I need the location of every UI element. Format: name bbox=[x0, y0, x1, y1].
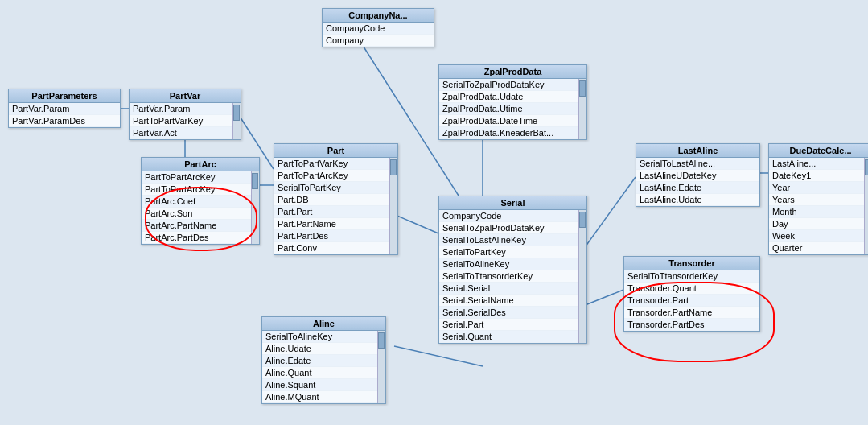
connection-lines bbox=[0, 0, 868, 425]
table-row: Transorder.PartName bbox=[624, 307, 759, 319]
table-aline-header: Aline bbox=[262, 317, 385, 331]
table-row: Serial.SerialName bbox=[439, 295, 578, 307]
table-row: PartVar.Param bbox=[130, 103, 232, 115]
table-row: Part.DB bbox=[274, 194, 389, 206]
table-zpalproddata-list: SerialToZpalProdDataKey ZpalProdData.Uda… bbox=[439, 79, 578, 139]
table-row: Company bbox=[323, 35, 434, 47]
table-partarc-list: PartToPartArcKey PartToPartArcKey PartAr… bbox=[142, 171, 251, 244]
table-partparameters-header: PartParameters bbox=[9, 89, 120, 103]
table-partvar: PartVar PartVar.Param PartToPartVarKey P… bbox=[129, 89, 241, 140]
table-duedatecale: DueDateCale... LastAline... DateKey1 Yea… bbox=[768, 143, 868, 255]
table-row: LastAline.Edate bbox=[636, 182, 759, 194]
scrollbar[interactable] bbox=[377, 331, 385, 403]
table-zpalproddata: ZpalProdData SerialToZpalProdDataKey Zpa… bbox=[438, 64, 587, 140]
scrollbar[interactable] bbox=[578, 79, 586, 139]
svg-line-9 bbox=[394, 346, 483, 366]
diagram-canvas: CompanyNa... CompanyCode Company PartPar… bbox=[0, 0, 868, 425]
table-row: PartVar.Param bbox=[9, 103, 120, 115]
table-serial: Serial CompanyCode SerialToZpalProdDataK… bbox=[438, 196, 587, 344]
table-row: ZpalProdData.KneaderBat... bbox=[439, 127, 578, 139]
table-row: ZpalProdData.DateTime bbox=[439, 115, 578, 127]
table-row: SerialToZpalProdDataKey bbox=[439, 79, 578, 91]
table-part-scroll: PartToPartVarKey PartToPartArcKey Serial… bbox=[274, 158, 397, 254]
table-row: PartArc.Coef bbox=[142, 196, 251, 208]
table-row: Aline.Squant bbox=[262, 379, 377, 391]
table-row: Aline.Quant bbox=[262, 367, 377, 379]
table-aline: Aline SerialToAlineKey Aline.Udate Aline… bbox=[261, 316, 386, 404]
table-zpalproddata-header: ZpalProdData bbox=[439, 65, 586, 79]
table-row: PartToPartArcKey bbox=[274, 170, 389, 182]
table-part: Part PartToPartVarKey PartToPartArcKey S… bbox=[274, 143, 398, 255]
table-row: Part.Conv bbox=[274, 242, 389, 254]
table-row: PartArc.Son bbox=[142, 208, 251, 220]
table-row: Day bbox=[769, 218, 864, 230]
table-row: PartVar.Act bbox=[130, 127, 232, 139]
table-row: ZpalProdData.Utime bbox=[439, 103, 578, 115]
table-row: Part.PartName bbox=[274, 218, 389, 230]
scrollbar[interactable] bbox=[232, 103, 241, 139]
table-row: CompanyCode bbox=[439, 210, 578, 222]
table-row: Serial.Quant bbox=[439, 331, 578, 343]
table-row: Month bbox=[769, 206, 864, 218]
table-row: DateKey1 bbox=[769, 170, 864, 182]
table-part-list: PartToPartVarKey PartToPartArcKey Serial… bbox=[274, 158, 389, 254]
table-row: SerialToAlineKey bbox=[439, 258, 578, 270]
table-row: PartToPartArcKey bbox=[142, 184, 251, 196]
table-lastaline-body: SerialToLastAline... LastAlineUDateKey L… bbox=[636, 158, 759, 206]
svg-line-8 bbox=[583, 290, 623, 306]
table-companya-header: CompanyNa... bbox=[323, 9, 434, 23]
table-serial-header: Serial bbox=[439, 196, 586, 210]
table-row: CompanyCode bbox=[323, 23, 434, 35]
table-row: PartToPartVarKey bbox=[130, 115, 232, 127]
table-row: SerialToLastAlineKey bbox=[439, 234, 578, 246]
table-row: Part.PartDes bbox=[274, 230, 389, 242]
table-row: Aline.Udate bbox=[262, 343, 377, 355]
table-row: Week bbox=[769, 230, 864, 242]
table-partarc: PartArc PartToPartArcKey PartToPartArcKe… bbox=[141, 157, 260, 245]
table-lastaline: LastAline SerialToLastAline... LastAline… bbox=[636, 143, 760, 207]
table-partvar-list: PartVar.Param PartToPartVarKey PartVar.A… bbox=[130, 103, 232, 139]
table-row: SerialToAlineKey bbox=[262, 331, 377, 343]
table-partparameters-body: PartVar.Param PartVar.ParamDes bbox=[9, 103, 120, 127]
table-row: Quarter bbox=[769, 242, 864, 254]
table-row: SerialToLastAline... bbox=[636, 158, 759, 170]
table-companya: CompanyNa... CompanyCode Company bbox=[322, 8, 434, 47]
table-row: PartVar.ParamDes bbox=[9, 115, 120, 127]
table-row: LastAline.Udate bbox=[636, 194, 759, 206]
table-partvar-scroll: PartVar.Param PartToPartVarKey PartVar.A… bbox=[130, 103, 241, 139]
table-row: PartArc.PartDes bbox=[142, 232, 251, 244]
table-serial-list: CompanyCode SerialToZpalProdDataKey Seri… bbox=[439, 210, 578, 343]
table-transorder: Transorder SerialToTtansorderKey Transor… bbox=[623, 256, 760, 332]
scrollbar[interactable] bbox=[251, 171, 259, 244]
table-partparameters: PartParameters PartVar.Param PartVar.Par… bbox=[8, 89, 121, 128]
table-zpalproddata-scroll: SerialToZpalProdDataKey ZpalProdData.Uda… bbox=[439, 79, 586, 139]
scrollbar[interactable] bbox=[864, 158, 868, 254]
table-row: PartArc.PartName bbox=[142, 220, 251, 232]
table-row: Aline.Edate bbox=[262, 355, 377, 367]
table-row: Serial.SerialDes bbox=[439, 307, 578, 319]
table-row: SerialToZpalProdDataKey bbox=[439, 222, 578, 234]
table-row: Part.Part bbox=[274, 206, 389, 218]
table-partarc-scroll: PartToPartArcKey PartToPartArcKey PartAr… bbox=[142, 171, 259, 244]
table-aline-scroll: SerialToAlineKey Aline.Udate Aline.Edate… bbox=[262, 331, 385, 403]
table-row: Serial.Part bbox=[439, 319, 578, 331]
table-row: Serial.Serial bbox=[439, 283, 578, 295]
table-row: Transorder.Quant bbox=[624, 283, 759, 295]
table-row: Aline.MQuant bbox=[262, 391, 377, 403]
table-row: Transorder.Part bbox=[624, 295, 759, 307]
table-row: SerialToPartKey bbox=[439, 246, 578, 258]
scrollbar[interactable] bbox=[389, 158, 397, 254]
table-row: SerialToTtansorderKey bbox=[439, 270, 578, 283]
table-aline-list: SerialToAlineKey Aline.Udate Aline.Edate… bbox=[262, 331, 377, 403]
table-row: PartToPartVarKey bbox=[274, 158, 389, 170]
table-duedatecale-header: DueDateCale... bbox=[769, 144, 868, 158]
table-row: LastAline... bbox=[769, 158, 864, 170]
table-part-header: Part bbox=[274, 144, 397, 158]
table-transorder-header: Transorder bbox=[624, 257, 759, 270]
table-row: ZpalProdData.Udate bbox=[439, 91, 578, 103]
table-row: Transorder.PartDes bbox=[624, 319, 759, 331]
table-row: SerialToTtansorderKey bbox=[624, 270, 759, 283]
scrollbar[interactable] bbox=[578, 210, 586, 343]
table-transorder-body: SerialToTtansorderKey Transorder.Quant T… bbox=[624, 270, 759, 331]
table-partarc-header: PartArc bbox=[142, 158, 259, 171]
